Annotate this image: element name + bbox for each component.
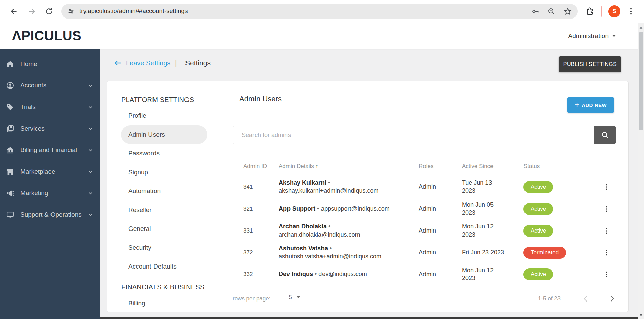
settings-card: PLATFORM SETTINGS Profile Admin Users Pa… — [107, 81, 629, 312]
table-header: Admin ID Admin Details↑ Roles Active Sin… — [233, 157, 616, 176]
settings-nav-item-profile[interactable]: Profile — [107, 106, 219, 125]
sidebar-item-home[interactable]: Home — [0, 53, 100, 75]
chevron-down-icon — [87, 126, 94, 132]
back-arrow-icon — [114, 59, 122, 67]
table-row: 341 Akshay Kulkarni • akshay.kulkarni+ad… — [233, 176, 616, 198]
rows-per-page-select[interactable]: 5 — [286, 294, 302, 304]
settings-section-title: FINANCIALS & BUSINESS — [107, 283, 219, 291]
accounts-icon — [6, 81, 14, 90]
col-roles: Roles — [419, 163, 462, 170]
profile-theme-divider — [601, 6, 602, 17]
table-row: 331 Archan Dholakia • archan.dholakia@in… — [233, 220, 616, 242]
settings-nav-item-signup[interactable]: Signup — [107, 163, 219, 182]
site-info-icon[interactable] — [67, 8, 75, 15]
sidebar-item-trials[interactable]: Trials — [0, 96, 100, 118]
settings-section-title: PLATFORM SETTINGS — [107, 96, 219, 104]
admin-id-cell: 341 — [233, 184, 279, 190]
extensions-icon[interactable] — [586, 7, 595, 16]
row-menu-icon[interactable] — [603, 270, 610, 278]
settings-nav: PLATFORM SETTINGS Profile Admin Users Pa… — [107, 81, 219, 312]
status-badge: Active — [523, 181, 553, 193]
admin-id-cell: 331 — [233, 227, 279, 234]
url-text: try.apiculus.io/admin/#/account-settings — [79, 8, 188, 15]
settings-nav-item-automation[interactable]: Automation — [107, 182, 219, 201]
table-row: 372 Ashutosh Vatsha • ashutosh.vatsha+ad… — [233, 242, 616, 263]
scroll-down-icon[interactable] — [639, 314, 643, 316]
sidebar-item-billing-and-financial[interactable]: Billing and Financial — [0, 139, 100, 161]
status-badge: Active — [523, 225, 553, 237]
active-since-cell: Mon Jun 12 2023 — [462, 223, 523, 239]
app-header: ΛPICULUS Administration — [0, 23, 638, 49]
page: try.apiculus.io/admin/#/account-settings… — [0, 0, 644, 319]
admin-id-cell: 321 — [233, 206, 279, 212]
apiculus-logo: ΛPICULUS — [12, 28, 81, 43]
search-input[interactable] — [233, 126, 594, 144]
col-admin-details[interactable]: Admin Details↑ — [279, 163, 419, 170]
publish-settings-button[interactable]: PUBLISH SETTINGS — [559, 56, 621, 72]
sidebar-item-label: Support & Operations — [20, 211, 87, 218]
panel-title: Admin Users — [239, 95, 282, 103]
password-key-icon[interactable] — [531, 7, 539, 15]
status-badge: Terminated — [523, 247, 566, 259]
page-title: Settings — [185, 59, 211, 67]
chevron-down-icon — [87, 104, 94, 110]
bookmark-star-icon[interactable] — [564, 7, 572, 15]
reload-icon[interactable] — [45, 7, 54, 16]
admin-details-cell: Ashutosh Vatsha • ashutosh.vatsha+admin@… — [279, 245, 419, 260]
sidebar-item-label: Billing and Financial — [20, 146, 87, 154]
active-since-cell: Mon Jun 05 2023 — [462, 201, 523, 217]
settings-nav-item-admin-users[interactable]: Admin Users — [121, 125, 207, 144]
settings-nav-item-general[interactable]: General — [107, 219, 219, 238]
forward-icon[interactable] — [27, 7, 36, 16]
settings-nav-item-billing[interactable]: Billing — [107, 294, 219, 312]
status-badge: Active — [523, 203, 553, 215]
admin-details-cell: App Support • appsupport@indiqus.com — [279, 205, 419, 213]
scroll-up-icon[interactable] — [639, 26, 643, 29]
sidebar: Home Accounts Trials Services Billing an… — [0, 49, 100, 319]
sidebar-item-label: Services — [20, 125, 87, 132]
sidebar-item-marketing[interactable]: Marketing — [0, 182, 100, 204]
back-icon[interactable] — [10, 7, 19, 16]
leave-settings-link[interactable]: Leave Settings — [114, 59, 170, 67]
browser-toolbar: try.apiculus.io/admin/#/account-settings… — [0, 0, 644, 23]
add-new-button[interactable]: + ADD NEW — [567, 97, 614, 113]
table-row: 332 Dev Indiqus • dev@indiqus.com Admin … — [233, 263, 616, 285]
admin-users-panel: Admin Users + ADD NEW Admin ID Admin Det… — [219, 81, 628, 312]
role-cell: Admin — [419, 227, 462, 234]
marketing-icon — [6, 189, 14, 198]
sidebar-item-marketplace[interactable]: Marketplace — [0, 161, 100, 182]
zoom-out-icon[interactable] — [547, 7, 555, 15]
col-admin-id: Admin ID — [233, 163, 279, 170]
row-menu-icon[interactable] — [603, 249, 610, 257]
settings-nav-item-reseller[interactable]: Reseller — [107, 201, 219, 219]
browser-menu-icon[interactable] — [626, 7, 635, 16]
sidebar-item-support-operations[interactable]: Support & Operations — [0, 204, 100, 225]
account-menu[interactable]: Administration — [568, 32, 616, 40]
settings-nav-item-passwords[interactable]: Passwords — [107, 144, 219, 163]
sidebar-item-services[interactable]: Services — [0, 118, 100, 139]
sidebar-item-label: Home — [20, 60, 87, 68]
browser-profile-avatar[interactable]: S — [608, 5, 620, 17]
active-since-cell: Tue Jun 13 2023 — [462, 179, 523, 195]
row-menu-icon[interactable] — [603, 205, 610, 213]
sidebar-item-accounts[interactable]: Accounts — [0, 75, 100, 96]
settings-nav-item-security[interactable]: Security — [107, 238, 219, 257]
page-scrollbar[interactable] — [638, 23, 644, 319]
sidebar-item-label: Trials — [20, 103, 87, 111]
role-cell: Admin — [419, 249, 462, 256]
chevron-down-icon — [87, 212, 94, 218]
next-page-icon[interactable] — [608, 294, 616, 303]
row-menu-icon[interactable] — [603, 227, 610, 235]
settings-nav-item-account-defaults[interactable]: Account Defaults — [107, 257, 219, 276]
row-menu-icon[interactable] — [603, 183, 610, 191]
search-button[interactable] — [594, 126, 616, 144]
admin-id-cell: 372 — [233, 249, 279, 256]
scrollbar-thumb[interactable] — [639, 32, 643, 130]
sidebar-item-label: Accounts — [20, 82, 87, 89]
pagination-range: 1-5 of 23 — [538, 295, 561, 302]
breadcrumb: Leave Settings | Settings PUBLISH SETTIN… — [100, 49, 638, 80]
table-row: 321 App Support • appsupport@indiqus.com… — [233, 198, 616, 220]
address-bar[interactable]: try.apiculus.io/admin/#/account-settings — [61, 4, 578, 19]
previous-page-icon[interactable] — [581, 294, 590, 303]
rows-per-page-label: rows per page: — [233, 295, 270, 302]
